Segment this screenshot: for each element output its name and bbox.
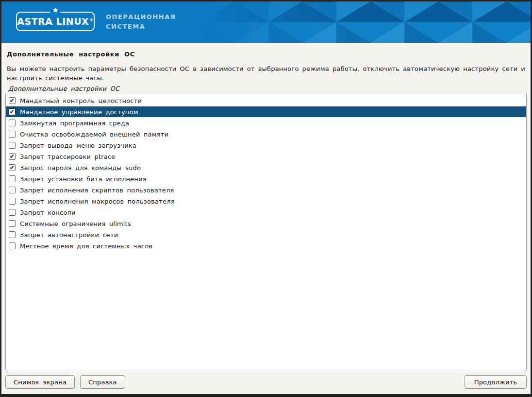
option-row[interactable]: Запрет консоли [6, 207, 526, 218]
continue-button[interactable]: Продолжить [465, 375, 527, 389]
checkbox-checked-icon[interactable]: ✔ [9, 97, 16, 104]
option-label: Запрет исполнения скриптов пользователя [20, 187, 174, 194]
page-description: Вы можете настроить параметры безопаснос… [7, 64, 525, 83]
page-title: Дополнительные настройки ОС [7, 51, 525, 58]
option-row[interactable]: Местное время для системных часов [6, 241, 526, 251]
option-label: Местное время для системных часов [20, 242, 152, 250]
checkbox-unchecked-icon[interactable] [9, 220, 16, 227]
option-row[interactable]: ✔Мандатный контроль целостности [6, 95, 526, 106]
checkbox-unchecked-icon[interactable] [9, 231, 16, 238]
options-list: ✔Мандатный контроль целостности✔Мандатно… [5, 94, 527, 370]
button-bar: Снимок экрана Справка Продолжить [5, 375, 527, 389]
option-row[interactable]: ✔Мандатное управление доступом [6, 106, 526, 117]
option-row[interactable]: Запрет установки бита исполнения [6, 173, 526, 184]
astra-linux-logo: ★ ASTRA LINUX® [16, 12, 95, 31]
checkbox-checked-icon[interactable]: ✔ [9, 153, 16, 160]
option-row[interactable]: Замкнутая программная среда [6, 118, 526, 128]
checkbox-unchecked-icon[interactable] [9, 131, 16, 138]
option-row[interactable]: Запрет исполнения скриптов пользователя [6, 185, 526, 195]
installer-window: ★ ASTRA LINUX® ОПЕРАЦИОННАЯ СИСТЕМА Допо… [0, 0, 532, 397]
checkbox-unchecked-icon[interactable] [9, 120, 16, 126]
option-label: Мандатный контроль целостности [20, 97, 142, 104]
help-button[interactable]: Справка [80, 375, 125, 389]
page-subtitle: Дополнительные настройки ОС [8, 85, 525, 92]
brand-line-2: СИСТЕМА [106, 22, 176, 32]
checkbox-unchecked-icon[interactable] [9, 209, 16, 216]
checkbox-unchecked-icon[interactable] [9, 198, 16, 205]
option-label: Запрет трассировки ptrace [20, 153, 115, 160]
checkbox-checked-icon[interactable]: ✔ [9, 108, 16, 115]
option-row[interactable]: Запрет автонастройки сети [6, 229, 526, 240]
option-label: Запрет автонастройки сети [20, 231, 118, 239]
header-geometric-pattern [200, 1, 531, 43]
screenshot-button[interactable]: Снимок экрана [5, 375, 75, 389]
star-icon: ★ [50, 6, 60, 15]
option-row[interactable]: Очистка освобождаемой внешней памяти [6, 129, 526, 139]
option-label: Запрет консоли [20, 209, 76, 216]
checkbox-checked-icon[interactable]: ✔ [9, 164, 16, 171]
brand-caption: ОПЕРАЦИОННАЯ СИСТЕМА [106, 12, 176, 32]
option-label: Запрет исполнения макросов пользователя [20, 198, 175, 205]
option-row[interactable]: Системные ограничения ulimits [6, 218, 526, 229]
checkbox-unchecked-icon[interactable] [9, 187, 16, 193]
option-label: Запрос пароля для команды sudo [20, 164, 141, 172]
option-row[interactable]: ✔Запрос пароля для команды sudo [6, 162, 526, 173]
option-row[interactable]: Запрет вывода меню загрузчика [6, 140, 526, 151]
checkbox-unchecked-icon[interactable] [9, 242, 16, 249]
brand-line-1: ОПЕРАЦИОННАЯ [106, 12, 176, 22]
logo-text: ASTRA LINUX® [17, 16, 93, 27]
checkbox-unchecked-icon[interactable] [9, 175, 16, 182]
option-label: Замкнутая программная среда [20, 120, 129, 127]
option-row[interactable]: ✔Запрет трассировки ptrace [6, 151, 526, 162]
option-label: Мандатное управление доступом [20, 108, 138, 116]
option-label: Системные ограничения ulimits [20, 220, 131, 227]
option-row[interactable]: Запрет исполнения макросов пользователя [6, 196, 526, 207]
registered-mark: ® [89, 18, 94, 22]
checkbox-unchecked-icon[interactable] [9, 142, 16, 149]
header-banner: ★ ASTRA LINUX® ОПЕРАЦИОННАЯ СИСТЕМА [1, 1, 531, 43]
option-label: Запрет вывода меню загрузчика [20, 142, 136, 149]
option-label: Запрет установки бита исполнения [20, 175, 147, 183]
option-label: Очистка освобождаемой внешней памяти [20, 131, 168, 138]
